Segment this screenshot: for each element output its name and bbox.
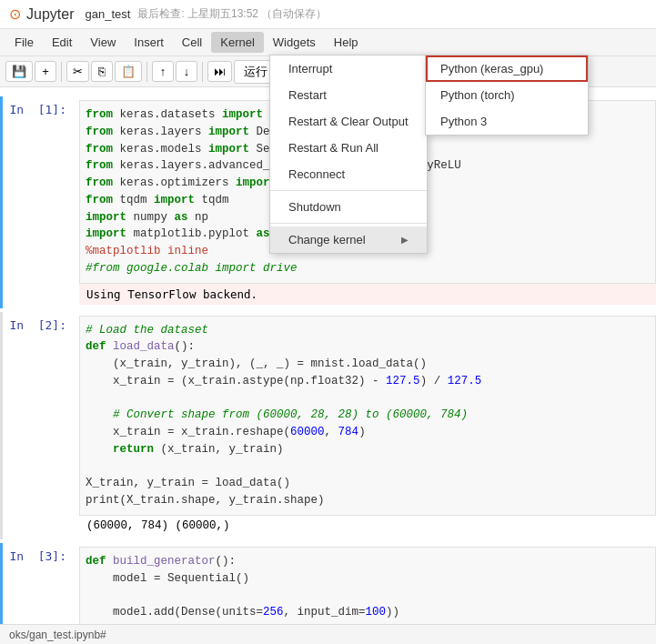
submenu-arrow: ▶ [401,235,409,245]
menu-edit[interactable]: Edit [43,32,81,53]
cell-2-code[interactable]: # Load the dataset def load_data(): (x_t… [79,316,656,516]
menu-kernel[interactable]: Kernel [211,32,264,53]
dropdown-sep-1 [270,190,427,191]
title-bar: ⊙ Jupyter gan_test 最后检查: 上星期五13:52 （自动保存… [0,0,656,29]
menu-view[interactable]: View [81,32,125,53]
app-name: Jupyter [26,6,74,23]
menu-widgets[interactable]: Widgets [264,32,325,53]
cell-3-prompt: In [3]: [3,547,76,624]
kernel-dropdown: Interrupt Restart Restart & Clear Output… [269,55,428,254]
move-down-button[interactable]: ↓ [176,61,197,82]
shutdown-item[interactable]: Shutdown [270,194,427,220]
menu-insert[interactable]: Insert [125,32,173,53]
toolbar-divider-1 [61,62,62,82]
menu-help[interactable]: Help [325,32,368,53]
add-cell-button[interactable]: + [35,61,56,82]
restart-run-item[interactable]: Restart & Run All [270,135,427,161]
change-kernel-item[interactable]: Change kernel ▶ [270,226,427,253]
toolbar-divider-3 [202,62,203,82]
copy-button[interactable]: ⎘ [91,61,113,82]
cell-1-output: Using TensorFlow backend. [79,284,656,305]
cell-3-code[interactable]: def build_generator(): model = Sequentia… [79,547,656,624]
cell-2-prompt: In [2]: [3,316,76,536]
dropdown-sep-2 [270,223,427,224]
interrupt-item[interactable]: Interrupt [270,55,427,82]
restart-clear-item[interactable]: Restart & Clear Output [270,108,427,135]
notebook-title[interactable]: gan_test [85,7,130,21]
cell-3: In [3]: def build_generator(): model = S… [0,543,656,624]
reconnect-item[interactable]: Reconnect [270,161,427,187]
paste-button[interactable]: 📋 [115,61,142,82]
fast-forward-button[interactable]: ⏭ [207,61,232,82]
keras-gpu-item[interactable]: Python (keras_gpu) [426,55,588,82]
menu-cell[interactable]: Cell [173,32,211,53]
menu-file[interactable]: File [5,32,43,53]
kernel-submenu: Python (keras_gpu) Python (torch) Python… [425,55,589,136]
change-kernel-label: Change kernel [288,233,366,247]
cell-2-output: (60000, 784) (60000,) [79,516,656,536]
cell-1-prompt: In [1]: [3,100,76,305]
move-up-button[interactable]: ↑ [152,61,174,82]
cut-button[interactable]: ✂ [66,61,89,82]
status-bar: oks/gan_test.ipynb# [0,624,656,644]
cell-2: In [2]: # Load the dataset def load_data… [0,312,656,539]
torch-item[interactable]: Python (torch) [426,82,588,108]
toolbar-divider-2 [146,62,147,82]
restart-item[interactable]: Restart [270,82,427,108]
jupyter-logo: ⊙ [9,5,21,23]
save-info: 最后检查: 上星期五13:52 （自动保存） [137,6,327,22]
python3-item[interactable]: Python 3 [426,108,588,135]
menu-bar: File Edit View Insert Cell Kernel Widget… [0,29,656,56]
save-button[interactable]: 💾 [5,61,33,82]
status-text: oks/gan_test.ipynb# [9,629,106,641]
